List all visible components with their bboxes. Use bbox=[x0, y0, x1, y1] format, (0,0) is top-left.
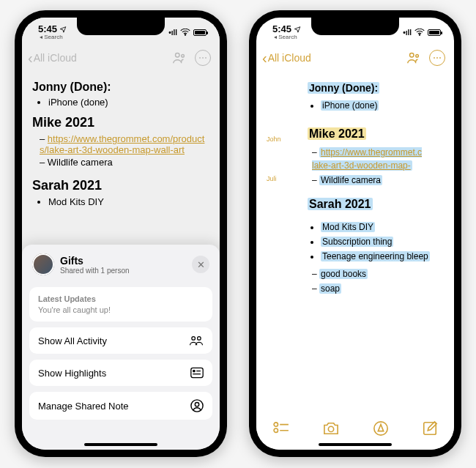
back-label: All iCloud bbox=[34, 52, 77, 64]
notch bbox=[311, 18, 399, 35]
status-search-label: Search bbox=[278, 34, 297, 40]
svg-rect-20 bbox=[423, 423, 436, 435]
list-item: Mod Kits DIY bbox=[48, 196, 209, 207]
attribution-juli: Juli bbox=[267, 174, 277, 185]
latest-updates-card: Latest Updates You're all caught up! bbox=[29, 287, 212, 322]
list-item: Wildlife camera bbox=[319, 175, 382, 185]
heading-jonny: Jonny (Done): bbox=[32, 81, 209, 94]
button-label: Show All Activity bbox=[38, 335, 107, 346]
list-item: Mod Kits DIY bbox=[321, 222, 375, 232]
location-icon bbox=[59, 26, 67, 33]
svg-point-3 bbox=[192, 337, 196, 341]
collaborate-icon[interactable] bbox=[406, 50, 422, 66]
more-icon[interactable]: ⋯ bbox=[195, 50, 211, 66]
navbar: ‹ All iCloud ⋯ bbox=[22, 47, 220, 72]
chevron-left-icon: ‹ bbox=[28, 51, 33, 65]
show-highlights-button[interactable]: Show Highlights bbox=[29, 360, 212, 386]
svg-rect-5 bbox=[191, 368, 203, 377]
svg-point-10 bbox=[195, 403, 198, 406]
heading-sarah: Sarah 2021 bbox=[308, 198, 373, 210]
back-button[interactable]: ‹ All iCloud bbox=[262, 51, 311, 65]
svg-point-11 bbox=[419, 34, 420, 35]
button-label: Show Highlights bbox=[38, 368, 106, 379]
signal-icon: •ıll bbox=[403, 29, 412, 37]
svg-point-16 bbox=[274, 428, 278, 432]
wifi-icon bbox=[180, 29, 190, 36]
show-all-activity-button[interactable]: Show All Activity bbox=[29, 327, 212, 354]
button-label: Manage Shared Note bbox=[38, 401, 129, 412]
back-button[interactable]: ‹ All iCloud bbox=[28, 51, 77, 65]
close-button[interactable]: ✕ bbox=[192, 256, 209, 273]
svg-point-18 bbox=[328, 426, 333, 431]
iphone-left: 5:45 ◂ Search •ıll ‹ All iCloud ⋯ Jonn bbox=[15, 10, 227, 457]
close-icon: ✕ bbox=[197, 259, 205, 270]
note-content: Jonny (Done): iPhone (done) John Mike 20… bbox=[256, 72, 454, 297]
svg-point-0 bbox=[185, 34, 185, 35]
collaborate-icon[interactable] bbox=[171, 50, 187, 66]
chevron-left-icon: ‹ bbox=[262, 51, 267, 65]
more-icon[interactable]: ⋯ bbox=[429, 50, 445, 66]
status-time: 5:45 bbox=[38, 24, 57, 34]
signal-icon: •ıll bbox=[168, 29, 177, 37]
markup-icon[interactable] bbox=[373, 420, 389, 437]
heading-sarah: Sarah 2021 bbox=[32, 178, 209, 193]
list-item: Subscription thing bbox=[321, 237, 393, 247]
battery-icon bbox=[428, 29, 441, 36]
heading-jonny: Jonny (Done): bbox=[308, 82, 379, 94]
status-time: 5:45 bbox=[272, 24, 291, 34]
manage-shared-note-button[interactable]: Manage Shared Note bbox=[29, 392, 212, 420]
attribution-john: John bbox=[267, 135, 281, 145]
list-item: soap bbox=[319, 283, 341, 294]
list-item: Wildlife camera bbox=[40, 157, 209, 168]
list-item: Teenage engineering bleep bbox=[321, 251, 430, 261]
avatar bbox=[32, 253, 54, 275]
wifi-icon bbox=[414, 29, 425, 36]
navbar: ‹ All iCloud ⋯ bbox=[256, 47, 454, 72]
latest-updates-text: You're all caught up! bbox=[38, 305, 111, 314]
latest-updates-label: Latest Updates bbox=[38, 294, 96, 303]
list-item: iPhone (done) bbox=[321, 100, 379, 111]
battery-icon bbox=[193, 29, 207, 36]
sheet-title: Gifts bbox=[60, 255, 130, 267]
home-indicator[interactable] bbox=[319, 443, 392, 446]
svg-point-4 bbox=[198, 337, 201, 341]
iphone-right: 5:45 ◂ Search •ıll ‹ All iCloud ⋯ Jonn bbox=[249, 10, 461, 457]
svg-point-2 bbox=[182, 54, 185, 57]
compose-icon[interactable] bbox=[422, 420, 438, 437]
heading-mike: Mike 2021 bbox=[308, 127, 366, 140]
location-icon bbox=[294, 26, 301, 33]
camera-icon[interactable] bbox=[322, 421, 340, 436]
svg-point-1 bbox=[176, 53, 180, 58]
link-grommet[interactable]: https://www.thegrommet.clake-art-3d-wood… bbox=[312, 147, 422, 171]
link-grommet[interactable]: https://www.thegrommet.com/products/lake… bbox=[40, 133, 204, 155]
checklist-icon[interactable] bbox=[273, 422, 289, 435]
status-search-label: Search bbox=[44, 34, 62, 40]
person-circle-icon bbox=[190, 399, 204, 412]
list-item: iPhone (done) bbox=[48, 97, 209, 108]
svg-point-12 bbox=[410, 53, 414, 58]
svg-point-14 bbox=[274, 423, 278, 426]
note-content: Jonny (Done): iPhone (done) Mike 2021 ht… bbox=[22, 72, 220, 212]
back-label: All iCloud bbox=[268, 52, 311, 64]
share-sheet: Gifts Shared with 1 person ✕ Latest Upda… bbox=[22, 245, 220, 450]
list-item: good books bbox=[319, 269, 368, 279]
sheet-subtitle: Shared with 1 person bbox=[60, 267, 130, 275]
highlights-icon bbox=[190, 367, 204, 379]
home-indicator[interactable] bbox=[84, 443, 157, 446]
svg-point-6 bbox=[193, 370, 195, 371]
svg-point-13 bbox=[416, 54, 419, 57]
people-icon bbox=[189, 335, 204, 346]
heading-mike: Mike 2021 bbox=[32, 115, 209, 130]
notch bbox=[77, 18, 165, 35]
